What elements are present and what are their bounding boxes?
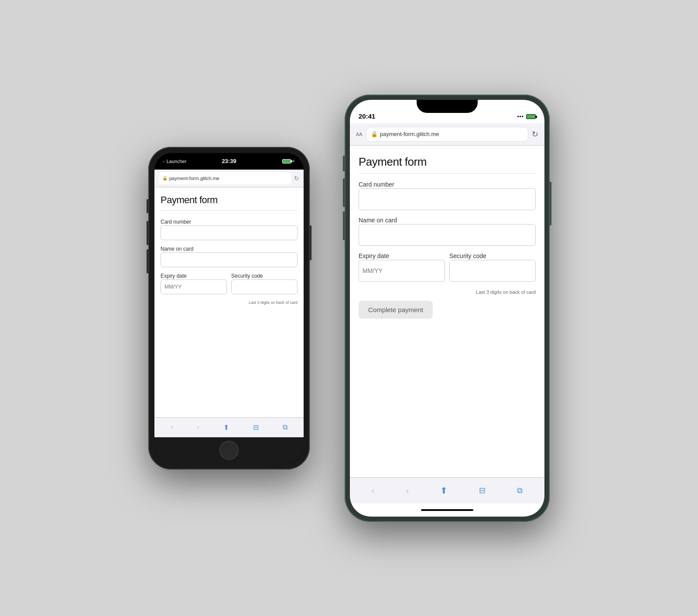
- browser-bottom-small: ‹ › ⬆ ⊟ ⧉: [154, 417, 304, 437]
- name-input-small[interactable]: [161, 252, 298, 267]
- home-button-area: [154, 437, 304, 463]
- name-label-small: Name on card: [161, 246, 193, 252]
- back-nav-icon-small[interactable]: ‹: [171, 423, 173, 431]
- bottom-fields-row-large: Expiry date Security code: [359, 252, 536, 288]
- launcher-label: Launcher: [167, 159, 187, 164]
- tabs-icon-small[interactable]: ⧉: [283, 423, 287, 431]
- status-right-small: +: [282, 159, 295, 163]
- name-label-large: Name on card: [359, 217, 397, 224]
- phone-large-screen: 20:41 ••• AA 🔒 payment-form.glitch.me ↻ …: [350, 100, 544, 517]
- battery-icon-small: [282, 159, 291, 163]
- expiry-input-large[interactable]: [359, 260, 445, 282]
- side-button-vol-down: [147, 249, 148, 273]
- security-label-large: Security code: [449, 252, 486, 259]
- lock-icon-small: 🔒: [162, 176, 168, 180]
- browser-chrome-large: AA 🔒 payment-form.glitch.me ↻: [350, 123, 544, 146]
- phone-large: 20:41 ••• AA 🔒 payment-form.glitch.me ↻ …: [345, 95, 550, 522]
- phone-small: ‹ Launcher 23:39 + 🔒 payment-form.glitch…: [148, 147, 310, 470]
- home-indicator-area: [350, 504, 544, 517]
- page-content-small: Payment form Card number Name on card Ex…: [154, 187, 304, 417]
- status-bar-small: ‹ Launcher 23:39 +: [154, 153, 304, 170]
- expiry-field-small: Expiry date: [161, 272, 227, 299]
- page-content-large: Payment form Card number Name on card Ex…: [350, 146, 544, 477]
- status-icons-right-large: •••: [517, 114, 536, 120]
- notch-cutout: [417, 100, 478, 113]
- home-button[interactable]: [219, 441, 239, 460]
- status-bar-large: 20:41 •••: [350, 100, 544, 123]
- security-input-small[interactable]: [231, 279, 298, 294]
- aa-button-large[interactable]: AA: [356, 132, 363, 137]
- phone-small-screen: ‹ Launcher 23:39 + 🔒 payment-form.glitch…: [154, 153, 304, 463]
- side-button-vol-up: [147, 221, 148, 245]
- lock-icon-large: 🔒: [371, 131, 378, 137]
- status-left-small: ‹ Launcher: [163, 159, 187, 164]
- card-number-input-small[interactable]: [161, 225, 298, 240]
- back-arrow-icon: ‹: [163, 159, 165, 164]
- expiry-label-small: Expiry date: [161, 273, 187, 279]
- security-input-large[interactable]: [449, 260, 536, 282]
- forward-nav-icon-small[interactable]: ›: [197, 423, 199, 431]
- status-time-large: 20:41: [359, 112, 375, 120]
- expiry-input-small[interactable]: [161, 279, 227, 294]
- hint-text-large: Last 3 digits on back of card: [359, 289, 536, 295]
- url-bar-large[interactable]: 🔒 payment-form.glitch.me: [366, 127, 528, 142]
- side-button-vol-up-large: [343, 178, 345, 207]
- card-number-label-large: Card number: [359, 181, 394, 188]
- battery-icon-large: [526, 114, 536, 119]
- charge-icon: +: [292, 159, 295, 163]
- home-indicator: [421, 509, 473, 511]
- tabs-icon-large[interactable]: ⧉: [517, 486, 523, 495]
- share-icon-small[interactable]: ⬆: [223, 423, 229, 432]
- share-icon-large[interactable]: ⬆: [440, 485, 448, 496]
- bottom-fields-row-small: Expiry date Security code: [161, 272, 298, 299]
- form-title-large: Payment form: [359, 155, 536, 169]
- expiry-label-large: Expiry date: [359, 252, 389, 259]
- form-divider-small: [161, 210, 298, 211]
- side-button-mute-large: [343, 156, 345, 171]
- forward-nav-icon-large[interactable]: ›: [406, 486, 409, 496]
- complete-payment-button[interactable]: Complete payment: [359, 301, 433, 319]
- security-field-large: Security code: [449, 252, 536, 288]
- url-text-large: payment-form.glitch.me: [380, 131, 439, 137]
- browser-chrome-small: 🔒 payment-form.glitch.me ↻: [154, 170, 304, 187]
- card-number-input-large[interactable]: [359, 188, 536, 210]
- form-title-small: Payment form: [161, 194, 298, 206]
- security-field-small: Security code: [231, 272, 298, 299]
- side-button-vol-down-large: [343, 211, 345, 240]
- url-text-small: payment-form.glitch.me: [169, 176, 219, 181]
- browser-bottom-large: ‹ › ⬆ ⊟ ⧉: [350, 477, 544, 504]
- reload-button-large[interactable]: ↻: [532, 129, 538, 139]
- side-button-power-large: [550, 182, 551, 225]
- card-number-label-small: Card number: [161, 219, 191, 225]
- form-divider-large: [359, 173, 536, 174]
- hint-text-small: Last 3 digits on back of card: [161, 300, 298, 305]
- expiry-field-large: Expiry date: [359, 252, 445, 288]
- signal-dots-icon: •••: [517, 114, 524, 120]
- security-label-small: Security code: [231, 273, 263, 279]
- reload-button-small[interactable]: ↻: [294, 175, 299, 182]
- side-button-mute: [147, 199, 148, 213]
- side-button-power: [310, 225, 311, 260]
- back-nav-icon-large[interactable]: ‹: [372, 486, 375, 496]
- url-bar-small[interactable]: 🔒 payment-form.glitch.me: [159, 172, 291, 184]
- status-time-small: 23:39: [222, 158, 236, 164]
- bookmarks-icon-small[interactable]: ⊟: [253, 423, 259, 432]
- bookmarks-icon-large[interactable]: ⊟: [479, 486, 486, 495]
- name-input-large[interactable]: [359, 224, 536, 246]
